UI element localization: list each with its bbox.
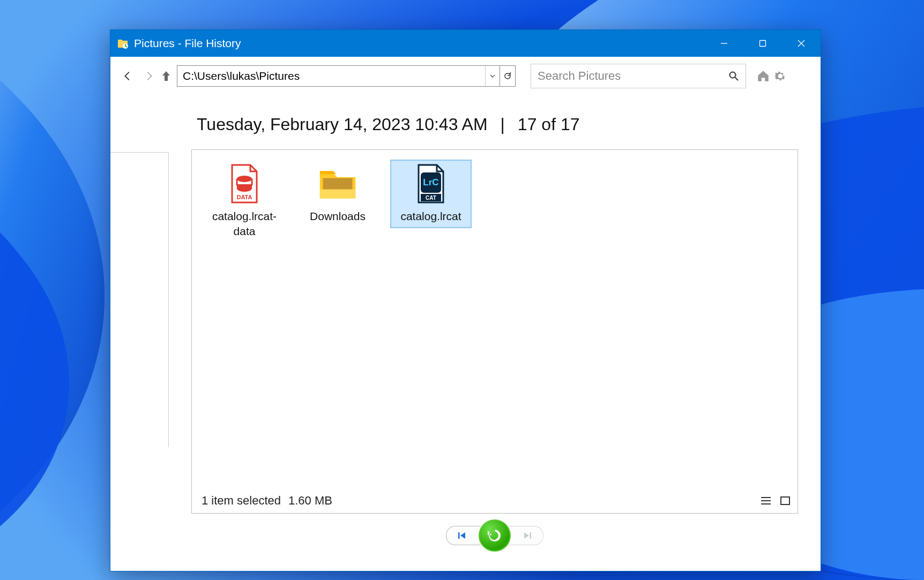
item-label: catalog.lrcat	[400, 209, 461, 224]
up-button[interactable]	[160, 67, 173, 85]
svg-line-7	[735, 78, 739, 81]
item-label: catalog.lrcat-data	[207, 209, 282, 239]
selection-status: 1 item selected	[202, 494, 281, 508]
selection-size: 1.60 MB	[288, 494, 332, 508]
header-separator: |	[501, 115, 505, 134]
restore-button[interactable]	[479, 519, 511, 552]
toolbar	[110, 57, 821, 95]
svg-point-6	[730, 72, 736, 78]
nav-pane-stub	[110, 152, 169, 447]
maximize-button[interactable]	[743, 30, 782, 57]
lrc-file-icon: LrC CAT	[411, 164, 451, 204]
app-icon	[117, 37, 129, 49]
item-label: Downloads	[310, 209, 366, 224]
search-input[interactable]	[531, 69, 722, 83]
home-icon[interactable]	[756, 69, 771, 84]
svg-text:LrC: LrC	[423, 177, 438, 187]
next-version-button[interactable]	[509, 526, 543, 545]
svg-rect-18	[781, 497, 789, 504]
refresh-button[interactable]	[500, 66, 515, 86]
address-input[interactable]	[177, 66, 485, 86]
search-box[interactable]	[531, 64, 746, 88]
svg-rect-3	[760, 41, 766, 47]
folder-item[interactable]: Downloads	[297, 160, 378, 228]
previous-version-button[interactable]	[446, 526, 481, 545]
gear-icon[interactable]	[773, 69, 788, 84]
titlebar[interactable]: Pictures - File History	[110, 30, 821, 57]
file-item-data[interactable]: DATA catalog.lrcat-data	[204, 160, 285, 244]
version-position: 17 of 17	[518, 115, 580, 134]
svg-text:DATA: DATA	[237, 194, 252, 200]
address-bar[interactable]	[177, 65, 516, 87]
file-history-window: Pictures - File History	[110, 29, 821, 571]
version-nav-footer	[191, 514, 798, 558]
file-list-pane[interactable]: DATA catalog.lrcat-data	[191, 149, 798, 514]
items-container: DATA catalog.lrcat-data	[204, 160, 786, 244]
folder-icon	[318, 164, 357, 204]
search-icon[interactable]	[722, 71, 746, 81]
details-view-button[interactable]	[759, 494, 773, 508]
svg-rect-20	[530, 532, 532, 539]
window-title: Pictures - File History	[134, 37, 241, 50]
svg-point-8	[237, 176, 252, 182]
file-item-lrcat[interactable]: LrC CAT catalog.lrcat	[390, 160, 472, 228]
svg-rect-19	[458, 532, 460, 539]
address-dropdown[interactable]	[485, 66, 500, 86]
svg-text:CAT: CAT	[426, 195, 436, 201]
status-bar: 1 item selected 1.60 MB	[202, 494, 792, 508]
version-date: Tuesday, February 14, 2023 10:43 AM	[197, 115, 488, 134]
close-button[interactable]	[782, 30, 821, 57]
minimize-button[interactable]	[705, 30, 743, 57]
forward-button[interactable]	[140, 67, 158, 85]
version-header: Tuesday, February 14, 2023 10:43 AM | 17…	[197, 115, 798, 134]
data-file-icon: DATA	[225, 164, 264, 204]
icons-view-button[interactable]	[778, 494, 792, 508]
back-button[interactable]	[119, 67, 136, 85]
